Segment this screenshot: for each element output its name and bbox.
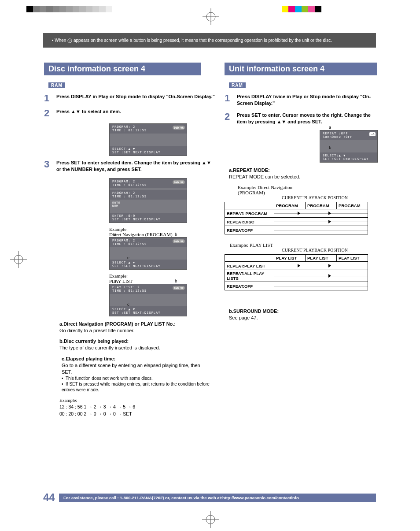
left-section-title: Disc information screen 4 — [44, 63, 201, 75]
surround-body: See page 47. — [229, 315, 258, 320]
left-step1: Press DISPLAY in Play or Stop mode to di… — [56, 93, 215, 103]
example-head: Example: — [59, 397, 216, 404]
table-2: PLAY LISTPLAY LISTPLAY LIST REPEAT:PLAY … — [225, 254, 368, 290]
note-b-body: The type of disc currently inserted is d… — [59, 345, 160, 350]
left-step3: Press SET to enter selected item. Change… — [56, 160, 216, 173]
osd-ex2: a b c PLAY LIST: 2TIME : 01:12:55 DVD VR… — [109, 284, 187, 316]
right-step1: Press DISPLAY twice in Play or Stop mode… — [237, 93, 377, 107]
ex-b-label: Example: PLAY LIST — [230, 242, 377, 248]
notice-prefix: When — [55, 38, 66, 43]
right-step2: Press SET to enter. Cursor moves to the … — [237, 112, 377, 125]
ram-badge: RAM — [48, 82, 65, 88]
note-b-head: b.Disc currently being played: — [59, 338, 129, 344]
notice-suffix: appears on the screen while a button is … — [74, 38, 332, 43]
svg-line-10 — [68, 39, 71, 42]
bullet-1: This function does not work with some di… — [66, 376, 153, 381]
cur-pos-1: CURRENT PLAYBACK POSITION — [282, 195, 377, 200]
note-a-body: Go directly to a preset title number. — [59, 328, 135, 333]
page-number: 44 — [43, 491, 59, 504]
example-line2: 00 : 20 : 00 2 → 0 → 0 → 0 → SET — [59, 411, 216, 418]
example-1-label: Example: Direct Navigation (PROGRAM) — [109, 227, 216, 237]
osd-ex1: a b c PROGRAM: 2TIME : 01:12:55 DVD VR S… — [109, 237, 187, 270]
example-2-label: Example: PLAY LIST — [109, 273, 216, 284]
note-c-head: c.Elapsed playing time: — [62, 356, 115, 361]
osd-right: a REPEAT :OFFSURROUND :OFF b SELECT:▲ ▼S… — [320, 130, 378, 163]
dvd-vr-icon: DVD VR — [173, 126, 185, 130]
right-section-title: Unit information screen 4 — [225, 63, 377, 75]
left-step2: Press ▲▼ to select an item. — [56, 108, 121, 118]
repeat-head: a.REPEAT MODE: — [229, 167, 270, 173]
bullet-2: If SET is pressed while making entries, … — [62, 382, 210, 392]
notice-bar: • When appears on the screen while a but… — [43, 33, 376, 48]
ex-a-label: Example: Direct Navigation (PROGRAM) — [238, 185, 377, 195]
osd-2: PROGRAM: 2TIME : 01:12:55 DVD VR PROGRAM… — [109, 178, 187, 223]
footer-text: For assistance, please call : 1-800-211-… — [59, 494, 376, 502]
repeat-icon — [369, 132, 376, 136]
note-c-body: Go to a different scene by entering an e… — [62, 363, 200, 375]
table-1: PROGRAMPROGRAMPROGRAM REPEAT: PROGRAM RE… — [225, 202, 368, 234]
ram-badge-right: RAM — [229, 82, 246, 88]
repeat-body: REPEAT MODE can be selected. — [229, 174, 300, 179]
note-a-head: a.Direct Navigation (PROGRAM) or PLAY LI… — [59, 321, 176, 327]
surround-head: b.SURROUND MODE: — [229, 308, 279, 314]
cur-pos-2: CURRENT PLAYBACK POSITION — [282, 248, 377, 253]
prohibit-icon — [67, 38, 72, 43]
osd-1: PROGRAM: 2TIME : 01:12:55 DVD VR SELECT:… — [109, 123, 187, 156]
example-line1: 12 : 34 : 56 1 → 2 → 3 → 4 → 5 → 6 — [59, 404, 216, 411]
